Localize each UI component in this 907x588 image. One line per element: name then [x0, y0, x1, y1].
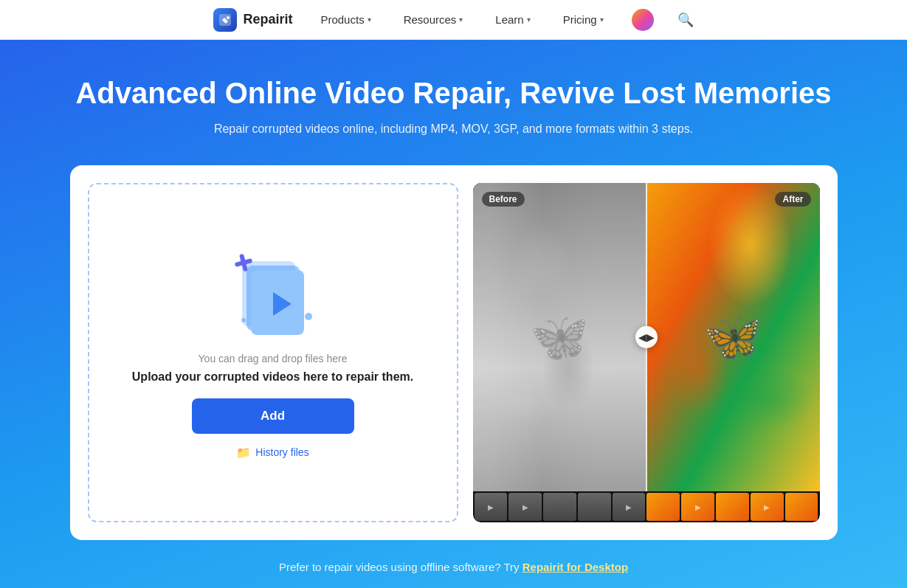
film-thumb-6[interactable] — [646, 493, 680, 521]
user-avatar[interactable] — [632, 9, 654, 31]
film-thumb-5[interactable]: ▶ — [613, 493, 646, 521]
slider-handle[interactable]: ◀▶ — [635, 326, 658, 348]
chevron-down-icon: ▾ — [527, 15, 531, 24]
filmstrip: ▶ ▶ ▶ ▶ ▶ — [473, 491, 820, 522]
preview-after: 🦋 After — [646, 183, 820, 491]
play-icon: ▶ — [508, 493, 542, 521]
film-thumb-2[interactable]: ▶ — [508, 493, 542, 521]
history-link-label: History files — [255, 446, 308, 458]
hero-section: Advanced Online Video Repair, Revive Los… — [0, 40, 907, 588]
nav-pricing[interactable]: Pricing ▾ — [559, 10, 608, 29]
chevron-down-icon: ▾ — [368, 15, 371, 24]
svg-point-8 — [241, 318, 246, 322]
upload-illustration — [221, 246, 325, 335]
play-icon: ▶ — [681, 493, 714, 521]
folder-icon: 📁 — [236, 446, 251, 460]
film-thumb-4[interactable] — [578, 493, 611, 521]
film-thumb-8[interactable] — [716, 493, 749, 521]
preview-before: 🦋 Before — [473, 183, 646, 491]
nav-learn[interactable]: Learn ▾ — [491, 10, 534, 29]
play-icon: ▶ — [613, 493, 646, 521]
desktop-link[interactable]: Repairit for Desktop — [523, 561, 628, 573]
footer-text: Prefer to repair videos using offline so… — [15, 540, 892, 588]
hero-title: Advanced Online Video Repair, Revive Los… — [15, 75, 892, 111]
chevron-down-icon: ▾ — [600, 15, 604, 24]
before-after-preview: 🦋 Before 🦋 After ◀▶ — [473, 183, 820, 491]
nav-learn-label: Learn — [495, 13, 523, 26]
film-thumb-1[interactable]: ▶ — [475, 493, 508, 521]
logo-text: Repairit — [243, 12, 292, 27]
navbar: Repairit Products ▾ Resources ▾ Learn ▾ … — [0, 0, 907, 40]
upload-label: Upload your corrupted videos here to rep… — [132, 370, 413, 384]
film-thumb-9[interactable]: ▶ — [751, 493, 784, 521]
preview-area: 🦋 Before 🦋 After ◀▶ — [473, 183, 820, 522]
hero-subtitle: Repair corrupted videos online, includin… — [15, 122, 892, 136]
nav-products[interactable]: Products ▾ — [316, 10, 375, 29]
history-files-link[interactable]: 📁 History files — [236, 446, 308, 460]
nav-resources[interactable]: Resources ▾ — [399, 10, 468, 29]
add-button[interactable]: Add — [192, 398, 354, 434]
badge-after: After — [775, 192, 810, 207]
nav-resources-label: Resources — [404, 13, 457, 26]
play-icon: ▶ — [475, 493, 508, 521]
film-thumb-3[interactable] — [543, 493, 576, 521]
nav-pricing-label: Pricing — [563, 13, 597, 26]
before-image: 🦋 — [473, 183, 646, 491]
upload-area[interactable]: You can drag and drop files here Upload … — [88, 183, 458, 522]
logo-icon — [213, 8, 237, 32]
play-icon: ▶ — [751, 493, 784, 521]
svg-point-7 — [305, 313, 312, 320]
after-image: 🦋 — [646, 183, 820, 491]
nav-products-label: Products — [320, 13, 364, 26]
drag-drop-text: You can drag and drop files here — [199, 353, 348, 364]
film-thumb-10[interactable] — [785, 493, 818, 521]
main-card: You can drag and drop files here Upload … — [70, 165, 838, 540]
film-thumb-7[interactable]: ▶ — [681, 493, 714, 521]
badge-before: Before — [482, 192, 525, 207]
logo[interactable]: Repairit — [213, 8, 292, 32]
chevron-down-icon: ▾ — [459, 15, 463, 24]
footer-static-text: Prefer to repair videos using offline so… — [279, 561, 523, 573]
search-icon[interactable]: 🔍 — [677, 12, 694, 28]
svg-point-1 — [227, 16, 230, 19]
